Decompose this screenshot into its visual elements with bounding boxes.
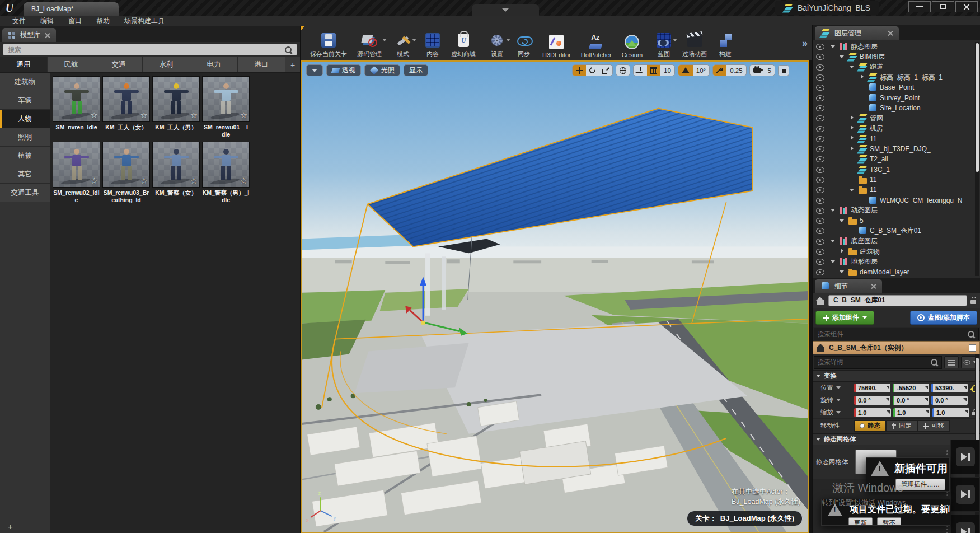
category-add-button[interactable]: + xyxy=(0,520,50,533)
visibility-eye-icon[interactable] xyxy=(815,217,825,225)
blueprints-button[interactable]: 蓝图 xyxy=(650,26,677,60)
category-other[interactable]: 其它 xyxy=(0,165,50,184)
layer-label[interactable]: 机房 xyxy=(870,124,883,133)
visibility-eye-icon[interactable] xyxy=(815,73,825,81)
asset-tile[interactable]: KM_工人（女） xyxy=(102,76,150,139)
visibility-eye-icon[interactable] xyxy=(815,135,825,143)
tab-details[interactable]: 细节 xyxy=(815,279,882,293)
h3deditor-button[interactable]: H3DEditor xyxy=(537,26,576,60)
expand-arrow-icon[interactable] xyxy=(860,74,866,81)
layer-label[interactable]: demModel_layer xyxy=(860,268,909,276)
expand-arrow-icon[interactable] xyxy=(850,187,856,193)
library-tab-traffic[interactable]: 交通 xyxy=(95,57,143,72)
cesium-button[interactable]: Cesium xyxy=(617,26,648,60)
layer-label[interactable]: BIM图层 xyxy=(860,52,885,62)
restore-button[interactable] xyxy=(932,1,954,12)
not-now-button[interactable]: 暂不 xyxy=(877,517,901,526)
layer-label[interactable]: 11 xyxy=(870,186,876,194)
favorite-star-icon[interactable] xyxy=(91,110,98,120)
visibility-eye-icon[interactable] xyxy=(815,104,825,112)
cinematics-button[interactable]: 过场动画 xyxy=(677,26,712,60)
actor-name-field[interactable]: C_B_SM_仓库01 xyxy=(828,295,967,306)
favorite-star-icon[interactable] xyxy=(190,176,198,186)
settings-button[interactable]: 设置 xyxy=(484,26,510,60)
position-z-field[interactable]: 53390. xyxy=(931,384,968,392)
close-button[interactable] xyxy=(955,1,978,12)
layer-label[interactable]: 5 xyxy=(860,217,864,225)
tree-scrollbar[interactable] xyxy=(975,42,979,276)
library-tab-power[interactable]: 电力 xyxy=(190,57,238,72)
menu-scene-build-tools[interactable]: 场景构建工具 xyxy=(118,16,171,26)
grid-snap-button[interactable] xyxy=(647,65,660,76)
rotation-label[interactable]: 旋转 xyxy=(820,396,852,404)
expand-arrow-icon[interactable] xyxy=(840,249,846,255)
visibility-eye-icon[interactable] xyxy=(815,197,825,204)
world-local-toggle[interactable] xyxy=(616,65,630,76)
close-icon[interactable] xyxy=(888,30,893,36)
layer-label[interactable]: 11 xyxy=(870,135,876,143)
blueprint-add-script-button[interactable]: 蓝图/添加脚本 xyxy=(910,311,977,325)
mobility-static-option[interactable]: 静态 xyxy=(854,420,886,432)
expand-arrow-icon[interactable] xyxy=(850,115,856,121)
viewport-3d-scene[interactable]: z x y xyxy=(302,62,808,532)
expand-arrow-icon[interactable] xyxy=(840,54,846,60)
expand-arrow-icon[interactable] xyxy=(831,259,837,265)
surface-snap-button[interactable] xyxy=(634,65,647,76)
layer-label[interactable]: 静态图层 xyxy=(851,42,878,52)
visibility-eye-icon[interactable] xyxy=(815,207,825,214)
show-flags-button[interactable]: 显示 xyxy=(404,64,428,76)
visibility-eye-icon[interactable] xyxy=(815,155,825,163)
tab-model-library[interactable]: 模型库 xyxy=(2,28,56,42)
library-tab-civil-aviation[interactable]: 民航 xyxy=(48,57,95,72)
favorite-star-icon[interactable] xyxy=(240,110,247,120)
hotpatcher-button[interactable]: HotPatcher xyxy=(576,26,617,60)
favorite-star-icon[interactable] xyxy=(91,176,98,186)
expand-arrow-icon[interactable] xyxy=(831,44,837,50)
modes-button[interactable]: 模式 xyxy=(390,26,416,60)
layer-label[interactable]: 动态图层 xyxy=(851,205,878,215)
grid-snap-value[interactable]: 10 xyxy=(660,65,674,76)
asset-tile[interactable]: SM_renwu01__Idle xyxy=(202,76,250,139)
instance-checkbox[interactable] xyxy=(969,344,976,352)
search-components-input[interactable] xyxy=(818,331,967,338)
asset-tile[interactable]: SM_renwu03_Breathing_Id xyxy=(102,142,150,205)
favorite-star-icon[interactable] xyxy=(140,110,148,120)
expand-arrow-icon[interactable] xyxy=(850,146,856,152)
scale-x-field[interactable]: 1.0 xyxy=(854,408,891,417)
position-x-field[interactable]: 75690. xyxy=(854,384,890,392)
maximize-viewport-button[interactable] xyxy=(778,65,789,76)
move-tool-button[interactable] xyxy=(573,65,586,76)
visibility-eye-icon[interactable] xyxy=(815,258,825,265)
visibility-eye-icon[interactable] xyxy=(815,186,825,194)
visibility-eye-icon[interactable] xyxy=(815,114,825,122)
layer-label[interactable]: 管网 xyxy=(870,114,883,123)
notification-stack-tile[interactable] xyxy=(950,515,980,533)
layer-label[interactable]: WLMQJC_CM_feixingqu_N xyxy=(880,197,962,204)
expand-arrow-icon[interactable] xyxy=(850,64,856,70)
asset-tile[interactable]: KM_警察（女） xyxy=(152,142,200,205)
visibility-eye-icon[interactable] xyxy=(815,268,825,276)
toolbar-overflow-chevron[interactable]: » xyxy=(798,26,812,60)
mobility-stationary-option[interactable]: 固定 xyxy=(886,420,917,432)
layer-label[interactable]: Survey_Point xyxy=(880,94,920,102)
property-matrix-button[interactable] xyxy=(944,356,959,368)
source-control-button[interactable]: 源码管理 xyxy=(352,26,387,60)
visibility-eye-icon[interactable] xyxy=(815,145,825,153)
visibility-eye-icon[interactable] xyxy=(815,227,825,235)
scale-snap-value[interactable]: 0.25 xyxy=(726,65,745,76)
category-lighting[interactable]: 照明 xyxy=(0,128,50,147)
notification-stack-tile[interactable] xyxy=(950,440,980,474)
expand-arrow-icon[interactable] xyxy=(840,269,846,275)
toolbar-collapse-chevron[interactable] xyxy=(472,4,539,16)
asset-tile[interactable]: KM_工人（男） xyxy=(152,76,200,139)
expand-arrow-icon[interactable] xyxy=(840,218,846,224)
library-tab-port[interactable]: 港口 xyxy=(238,57,285,72)
save-level-button[interactable]: 保存当前关卡 xyxy=(305,26,352,60)
camera-speed-button[interactable] xyxy=(750,65,765,76)
search-components[interactable] xyxy=(814,328,979,340)
level-tab[interactable]: BJ_LoadMap* xyxy=(24,2,119,16)
scale-tool-button[interactable] xyxy=(599,65,612,76)
category-transport-tools[interactable]: 交通工具 xyxy=(0,184,50,202)
library-tab-general[interactable]: 通用 xyxy=(0,57,48,72)
position-y-field[interactable]: -55520 xyxy=(893,384,929,392)
